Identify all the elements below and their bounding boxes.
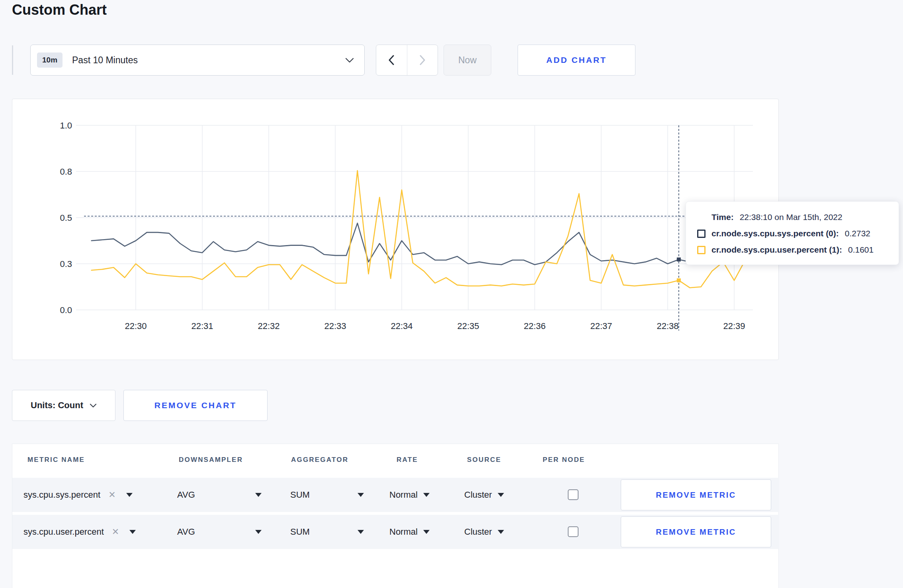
caret-down-icon: [423, 530, 430, 534]
chart-tooltip: Time: 22:38:10 on Mar 15th, 2022 cr.node…: [686, 201, 899, 265]
metric-name-dropdown[interactable]: sys.cpu.user.percent ✕: [23, 515, 136, 549]
x-tick-label: 22:32: [258, 321, 280, 331]
tooltip-series-value: 0.1601: [848, 245, 874, 255]
column-header-rate: RATE: [397, 456, 418, 464]
downsampler-caret[interactable]: [255, 478, 262, 512]
downsampler-caret[interactable]: [255, 515, 262, 549]
caret-down-icon: [423, 493, 430, 497]
aggregator-caret[interactable]: [358, 478, 364, 512]
x-tick-label: 22:38: [657, 321, 678, 331]
x-tick-label: 22:31: [191, 321, 213, 331]
time-scale-badge: 10m: [37, 53, 63, 68]
y-tick-label: 0.0: [60, 305, 72, 315]
source-value: Cluster: [464, 490, 492, 500]
column-header-metric-name: METRIC NAME: [27, 456, 85, 464]
x-tick-label: 22:36: [524, 321, 545, 331]
units-dropdown[interactable]: Units: Count: [12, 390, 115, 421]
tooltip-time-row: Time: 22:38:10 on Mar 15th, 2022: [697, 212, 887, 222]
series-line-cr.node.sys.cpu.user.percent: [92, 171, 745, 288]
tooltip-time-value: 22:38:10 on Mar 15th, 2022: [740, 212, 842, 222]
aggregator-value: SUM: [290, 490, 310, 500]
tooltip-series-row: cr.node.sys.cpu.sys.percent (0): 0.2732: [697, 229, 887, 238]
caret-down-icon: [126, 493, 133, 497]
tooltip-series-name: cr.node.sys.cpu.user.percent (1):: [711, 245, 842, 255]
chevron-left-icon: [388, 55, 395, 65]
column-header-per-node: PER NODE: [543, 456, 585, 464]
caret-down-icon: [358, 493, 364, 497]
downsampler-value: AVG: [177, 527, 195, 537]
x-tick-label: 22:34: [391, 321, 412, 331]
toolbar-divider: [12, 45, 13, 75]
time-scale-label: Past 10 Minutes: [72, 55, 345, 66]
rate-value: Normal: [389, 490, 418, 500]
caret-down-icon: [498, 493, 504, 497]
metric-name-label: sys.cpu.user.percent: [23, 527, 104, 537]
x-tick-label: 22:30: [125, 321, 147, 331]
caret-down-icon: [358, 530, 364, 534]
rate-select[interactable]: Normal: [389, 478, 430, 512]
page-title: Custom Chart: [12, 2, 107, 18]
clear-metric-icon[interactable]: ✕: [112, 527, 119, 537]
crosshair-marker: [677, 257, 681, 261]
column-header-source: SOURCE: [467, 456, 501, 464]
aggregator-select[interactable]: SUM: [290, 515, 310, 549]
remove-metric-button[interactable]: REMOVE METRIC: [621, 516, 771, 547]
series-swatch-icon: [697, 246, 706, 254]
add-chart-button[interactable]: ADD CHART: [518, 45, 635, 76]
series-line-cr.node.sys.cpu.sys.percent: [92, 223, 745, 265]
time-range-pager: [376, 45, 438, 76]
units-label: Units: Count: [31, 400, 83, 411]
x-tick-label: 22:37: [590, 321, 612, 331]
timeseries-chart[interactable]: 0.00.30.50.81.022:3022:3122:3222:3322:34…: [12, 99, 779, 360]
series-swatch-icon: [697, 230, 706, 238]
aggregator-caret[interactable]: [358, 515, 364, 549]
y-tick-label: 0.5: [60, 213, 72, 223]
now-button[interactable]: Now: [444, 45, 491, 76]
caret-down-icon: [255, 530, 262, 534]
caret-down-icon: [255, 493, 262, 497]
tooltip-time-label: Time:: [711, 212, 734, 222]
per-node-checkbox[interactable]: [568, 526, 579, 537]
clear-metric-icon[interactable]: ✕: [108, 490, 115, 500]
column-header-downsampler: DOWNSAMPLER: [179, 456, 243, 464]
source-select[interactable]: Cluster: [464, 478, 504, 512]
tooltip-series-name: cr.node.sys.cpu.sys.percent (0):: [711, 229, 839, 238]
downsampler-value: AVG: [177, 490, 195, 500]
column-header-aggregator: AGGREGATOR: [291, 456, 348, 464]
chevron-right-icon: [419, 55, 426, 65]
remove-chart-button[interactable]: REMOVE CHART: [123, 390, 268, 421]
aggregator-value: SUM: [290, 527, 310, 537]
x-tick-label: 22:33: [324, 321, 346, 331]
y-tick-label: 0.3: [60, 259, 72, 269]
prev-range-button[interactable]: [376, 45, 407, 75]
caret-down-icon: [129, 530, 136, 534]
time-scale-dropdown[interactable]: 10m Past 10 Minutes: [30, 45, 365, 76]
aggregator-select[interactable]: SUM: [290, 478, 310, 512]
crosshair-marker: [677, 278, 681, 282]
remove-metric-button[interactable]: REMOVE METRIC: [621, 479, 771, 510]
y-tick-label: 0.8: [60, 167, 72, 177]
metric-name-dropdown[interactable]: sys.cpu.sys.percent ✕: [23, 478, 133, 512]
chart-card: 0.00.30.50.81.022:3022:3122:3222:3322:34…: [12, 99, 779, 360]
chevron-down-icon: [90, 403, 97, 408]
y-tick-label: 1.0: [60, 121, 72, 130]
tooltip-series-value: 0.2732: [845, 229, 870, 238]
chevron-down-icon: [345, 58, 354, 63]
rate-value: Normal: [389, 527, 418, 537]
caret-down-icon: [498, 530, 504, 534]
rate-select[interactable]: Normal: [389, 515, 430, 549]
source-select[interactable]: Cluster: [464, 515, 504, 549]
next-range-button[interactable]: [407, 45, 438, 75]
source-value: Cluster: [464, 527, 492, 537]
metrics-table: METRIC NAME DOWNSAMPLER AGGREGATOR RATE …: [12, 444, 779, 588]
metric-name-label: sys.cpu.sys.percent: [23, 490, 100, 500]
x-tick-label: 22:39: [723, 321, 745, 331]
tooltip-series-row: cr.node.sys.cpu.user.percent (1): 0.1601: [697, 245, 887, 255]
metric-row: sys.cpu.user.percent ✕ AVG SUM Normal Cl…: [12, 515, 779, 549]
per-node-checkbox[interactable]: [568, 489, 579, 500]
downsampler-select[interactable]: AVG: [177, 478, 195, 512]
custom-chart-page: Custom Chart 10m Past 10 Minutes Now ADD…: [0, 0, 903, 588]
metric-row: sys.cpu.sys.percent ✕ AVG SUM Normal Clu…: [12, 478, 779, 512]
downsampler-select[interactable]: AVG: [177, 515, 195, 549]
x-tick-label: 22:35: [457, 321, 479, 331]
